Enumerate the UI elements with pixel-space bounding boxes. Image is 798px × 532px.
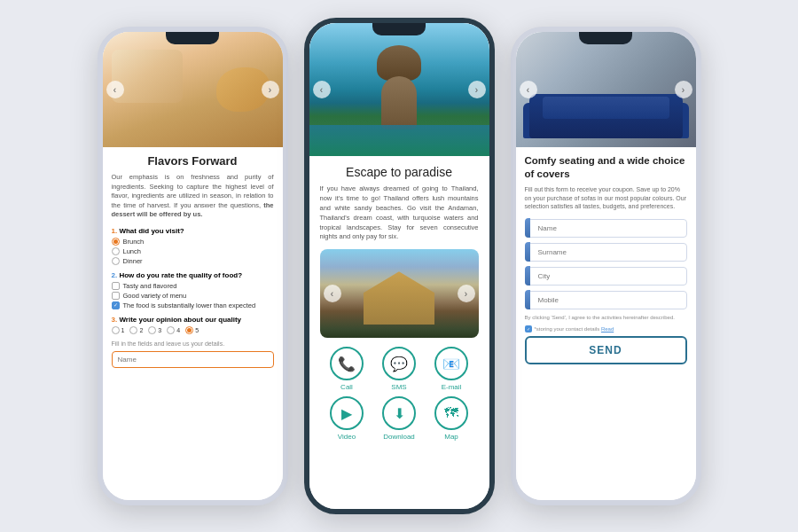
right-body: Comfy seating and a wide choice of cover…: [516, 147, 696, 372]
read-link[interactable]: Read: [601, 326, 614, 332]
q1-option-dinner[interactable]: Dinner: [112, 257, 274, 265]
download-icon-circle[interactable]: ⬇: [382, 396, 416, 430]
rating-4-label: 4: [176, 327, 180, 333]
rating-2[interactable]: 2: [129, 326, 143, 334]
carousel-next-right[interactable]: ›: [675, 81, 692, 98]
carousel-prev-center[interactable]: ‹: [313, 81, 331, 98]
radio-lunch[interactable]: [112, 247, 120, 255]
right-phone-desc: Fill out this form to receive your coupo…: [525, 185, 687, 211]
carousel-next-center[interactable]: ›: [468, 81, 486, 98]
rating-1-label: 1: [121, 327, 125, 333]
consent-text: By clicking 'Send', I agree to the activ…: [525, 314, 687, 321]
send-button[interactable]: SEND: [525, 336, 687, 364]
notch-right: [579, 32, 632, 44]
phones-container: ‹ › Flavors Forward Our emphasis is on f…: [0, 0, 798, 532]
icon-map[interactable]: 🗺 Map: [428, 396, 475, 441]
email-label: E-mail: [442, 383, 462, 391]
field-accent-city: [525, 266, 530, 286]
check-tasty[interactable]: [112, 282, 120, 290]
center-screen: ‹ › Escape to paradise If you have alway…: [309, 23, 489, 509]
download-label: Download: [383, 433, 415, 441]
temple-image: ‹ ›: [320, 249, 479, 338]
carousel-next-button[interactable]: ›: [262, 81, 279, 98]
q1-text: What did you visit?: [119, 227, 184, 235]
rating-5[interactable]: 5: [185, 326, 199, 334]
q2-text: How do you rate the quality of food?: [119, 271, 242, 279]
icon-video[interactable]: ▶ Video: [324, 396, 371, 441]
call-label: Call: [340, 383, 353, 391]
sea-bg: [309, 23, 489, 156]
sofa-cushion: [543, 97, 669, 119]
radio-brunch[interactable]: [112, 238, 120, 246]
surname-field[interactable]: [525, 243, 687, 262]
field-accent-surname: [525, 242, 530, 262]
food-image-bg: [103, 32, 283, 147]
center-phone-title: Escape to paradise: [320, 165, 479, 179]
q2-option-lower[interactable]: ✓ The food is substantially lower than e…: [112, 301, 274, 309]
radio-dinner[interactable]: [112, 257, 120, 265]
right-screen: ‹ › Comfy seating and a wide choice of c…: [516, 32, 696, 500]
question-1: 1. What did you visit? Brunch Lunch: [112, 227, 274, 265]
notch-left: [166, 32, 219, 44]
center-phone-desc: If you have always dreamed of going to T…: [320, 184, 479, 242]
check-variety[interactable]: [112, 292, 120, 300]
question-2: 2. How do you rate the quality of food? …: [112, 271, 274, 309]
field-accent-name: [525, 218, 530, 238]
sms-icon-circle[interactable]: 💬: [382, 347, 416, 380]
mobile-field[interactable]: [525, 291, 687, 309]
question-1-label: 1. What did you visit?: [112, 227, 274, 235]
consent-label: *storing your contact details Read: [535, 326, 614, 332]
rating-1[interactable]: 1: [112, 326, 125, 334]
q1-option-brunch[interactable]: Brunch: [112, 238, 274, 246]
q2-variety-label: Good variety of menu: [123, 292, 187, 300]
rating-4[interactable]: 4: [167, 326, 180, 334]
rating-circle-1[interactable]: [112, 326, 120, 334]
consent-checkbox[interactable]: ✓: [525, 325, 532, 332]
phone-right-content: ‹ › Comfy seating and a wide choice of c…: [516, 32, 696, 500]
q1-lunch-label: Lunch: [123, 247, 141, 255]
left-phone-title: Flavors Forward: [112, 154, 274, 168]
temple-bg: [320, 249, 479, 338]
city-field[interactable]: [525, 267, 687, 286]
q2-number: 2.: [112, 271, 118, 279]
sms-label: SMS: [391, 383, 406, 391]
icon-download[interactable]: ⬇ Download: [376, 396, 423, 441]
thailand-sea-image: ‹ ›: [309, 23, 489, 156]
video-icon-circle[interactable]: ▶: [330, 396, 364, 430]
name-input[interactable]: [112, 351, 274, 368]
consent-check-row[interactable]: ✓ *storing your contact details Read: [525, 325, 687, 332]
field-name: [525, 218, 687, 238]
name-field[interactable]: [525, 219, 687, 238]
rating-circle-4[interactable]: [167, 326, 175, 334]
field-city: [525, 266, 687, 286]
rating-circle-2[interactable]: [129, 326, 137, 334]
check-lower[interactable]: ✓: [112, 301, 120, 309]
rating-circle-5[interactable]: [185, 326, 193, 334]
q2-option-tasty[interactable]: Tasty and flavored: [112, 282, 274, 290]
map-icon-circle[interactable]: 🗺: [434, 396, 468, 430]
center-body: Escape to paradise If you have always dr…: [309, 156, 489, 448]
carousel-next-temple[interactable]: ›: [458, 285, 475, 302]
rating-5-label: 5: [195, 327, 199, 333]
icon-call[interactable]: 📞 Call: [324, 347, 371, 391]
carousel-prev-temple[interactable]: ‹: [324, 285, 341, 302]
carousel-prev-right[interactable]: ‹: [520, 81, 537, 98]
carousel-prev-button[interactable]: ‹: [106, 81, 124, 98]
call-icon-circle[interactable]: 📞: [330, 347, 364, 380]
question-3-label: 3. Write your opinion about our quality: [112, 316, 274, 324]
q2-option-variety[interactable]: Good variety of menu: [112, 292, 274, 300]
rating-3[interactable]: 3: [148, 326, 161, 334]
icon-email[interactable]: 📧 E-mail: [428, 347, 475, 391]
temple-structure: [364, 271, 434, 325]
field-mobile: [525, 290, 687, 309]
phone-center-content: ‹ › Escape to paradise If you have alway…: [309, 23, 489, 509]
field-accent-mobile: [525, 290, 530, 309]
rating-circle-3[interactable]: [148, 326, 156, 334]
q3-number: 3.: [112, 316, 118, 324]
water-surface: [309, 125, 489, 156]
icon-sms[interactable]: 💬 SMS: [376, 347, 423, 391]
email-icon-circle[interactable]: 📧: [434, 347, 468, 380]
q1-option-lunch[interactable]: Lunch: [112, 247, 274, 255]
q1-brunch-label: Brunch: [123, 238, 145, 246]
notch-center: [372, 23, 426, 35]
